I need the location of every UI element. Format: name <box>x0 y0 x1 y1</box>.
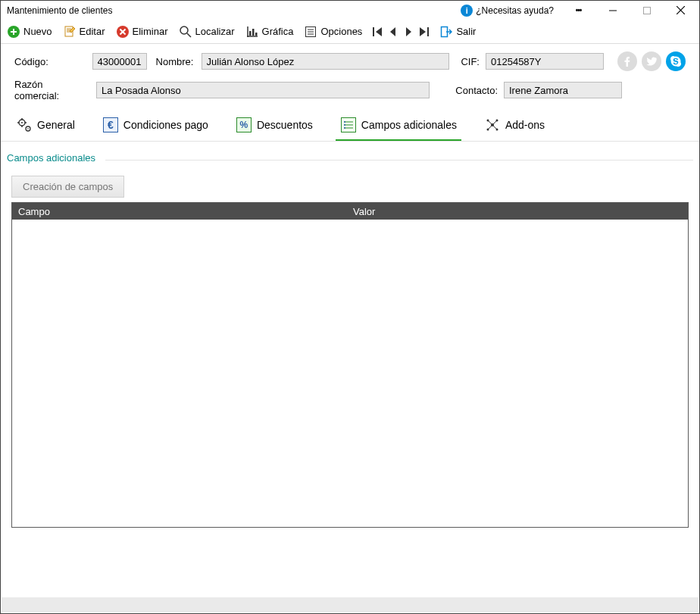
svg-rect-9 <box>249 31 252 36</box>
svg-marker-18 <box>390 27 395 36</box>
svg-rect-1 <box>643 7 650 14</box>
tab-condiciones-label: Condiciones pago <box>123 119 208 131</box>
nuevo-label: Nuevo <box>23 26 52 37</box>
close-icon <box>677 6 685 14</box>
svg-rect-11 <box>255 33 258 36</box>
svg-point-34 <box>344 121 345 123</box>
chart-icon <box>245 25 259 39</box>
eliminar-label: Eliminar <box>133 26 168 37</box>
percent-icon <box>236 117 252 133</box>
codigo-input[interactable] <box>92 53 147 70</box>
localizar-button[interactable]: Localizar <box>179 25 235 39</box>
close-button[interactable] <box>664 1 698 20</box>
delete-icon <box>116 25 130 39</box>
maximize-button[interactable] <box>630 1 664 20</box>
nuevo-button[interactable]: Nuevo <box>7 25 52 39</box>
create-fields-button[interactable]: Creación de campos <box>11 176 124 198</box>
svg-rect-16 <box>373 27 374 36</box>
plus-icon <box>7 25 20 39</box>
cif-input[interactable] <box>486 53 604 70</box>
section-title: Campos adicionales <box>7 152 693 167</box>
svg-line-43 <box>492 120 497 125</box>
grid-body[interactable] <box>12 220 688 527</box>
grafica-button[interactable]: Gráfica <box>245 25 294 39</box>
tab-campos-label: Campos adicionales <box>361 119 457 131</box>
dots-icon: ••• <box>576 6 582 14</box>
skype-button[interactable] <box>666 51 686 71</box>
svg-rect-10 <box>252 29 255 36</box>
facebook-button[interactable] <box>617 51 637 71</box>
editar-button[interactable]: Editar <box>63 25 105 39</box>
maximize-icon <box>643 7 651 14</box>
svg-marker-19 <box>406 27 411 36</box>
razon-input[interactable] <box>96 82 430 98</box>
svg-line-6 <box>187 33 191 37</box>
tab-addons-label: Add-ons <box>505 119 545 131</box>
edit-icon <box>63 25 77 39</box>
svg-point-5 <box>180 26 188 34</box>
tab-general-label: General <box>37 119 75 131</box>
col-campo-header[interactable]: Campo <box>12 206 350 217</box>
eliminar-button[interactable]: Eliminar <box>116 25 168 39</box>
nav-prev-button[interactable] <box>388 26 398 37</box>
svg-point-35 <box>344 124 345 126</box>
opciones-label: Opciones <box>320 26 362 37</box>
grafica-label: Gráfica <box>262 26 294 37</box>
localizar-label: Localizar <box>195 26 235 37</box>
nombre-label: Nombre: <box>156 56 195 67</box>
razon-label: Razón comercial: <box>14 79 90 101</box>
status-bar <box>2 597 698 612</box>
svg-rect-21 <box>427 27 429 36</box>
svg-line-45 <box>492 125 497 129</box>
window-title: Mantenimiento de clientes <box>7 5 461 16</box>
svg-point-30 <box>27 128 29 129</box>
twitter-icon <box>646 56 657 67</box>
opciones-button[interactable]: Opciones <box>304 25 362 39</box>
nav-first-button[interactable] <box>373 26 383 37</box>
nav-next-button[interactable] <box>403 26 414 37</box>
exit-icon <box>439 25 453 39</box>
nav-last-button[interactable] <box>418 26 429 37</box>
codigo-label: Código: <box>14 56 86 67</box>
minimize-icon <box>609 7 617 14</box>
svg-point-36 <box>344 127 345 129</box>
editar-label: Editar <box>80 26 105 37</box>
search-icon <box>179 25 192 39</box>
options-icon <box>304 25 317 39</box>
salir-button[interactable]: Salir <box>439 25 476 39</box>
tab-campos-adicionales[interactable]: Campos adicionales <box>336 111 461 141</box>
tab-descuentos[interactable]: Descuentos <box>231 111 317 141</box>
svg-marker-20 <box>420 27 426 36</box>
fields-icon <box>340 117 357 133</box>
help-text: ¿Necesitas ayuda? <box>476 5 554 16</box>
svg-line-42 <box>488 120 492 125</box>
tab-condiciones[interactable]: € Condiciones pago <box>98 111 213 141</box>
contacto-label: Contacto: <box>449 85 498 96</box>
contacto-input[interactable] <box>504 82 622 98</box>
tab-descuentos-label: Descuentos <box>257 119 313 131</box>
col-valor-header[interactable]: Valor <box>350 206 688 217</box>
svg-marker-17 <box>376 27 382 36</box>
salir-label: Salir <box>456 26 476 37</box>
fields-grid: Campo Valor <box>11 202 689 528</box>
help-link[interactable]: i ¿Necesitas ayuda? <box>461 5 554 17</box>
app-options-button[interactable]: ••• <box>561 1 595 20</box>
gears-icon <box>16 117 33 133</box>
twitter-button[interactable] <box>642 51 661 71</box>
tab-addons[interactable]: Add-ons <box>480 111 549 141</box>
nombre-input[interactable] <box>202 53 449 70</box>
svg-point-24 <box>21 122 23 123</box>
skype-icon <box>670 55 682 67</box>
cif-label: CIF: <box>460 56 480 67</box>
facebook-icon <box>622 56 633 67</box>
addons-icon <box>484 117 501 133</box>
minimize-button[interactable] <box>595 1 630 20</box>
svg-line-44 <box>488 125 492 129</box>
euro-icon: € <box>102 117 119 133</box>
tab-general[interactable]: General <box>11 111 80 141</box>
info-icon: i <box>461 5 473 17</box>
